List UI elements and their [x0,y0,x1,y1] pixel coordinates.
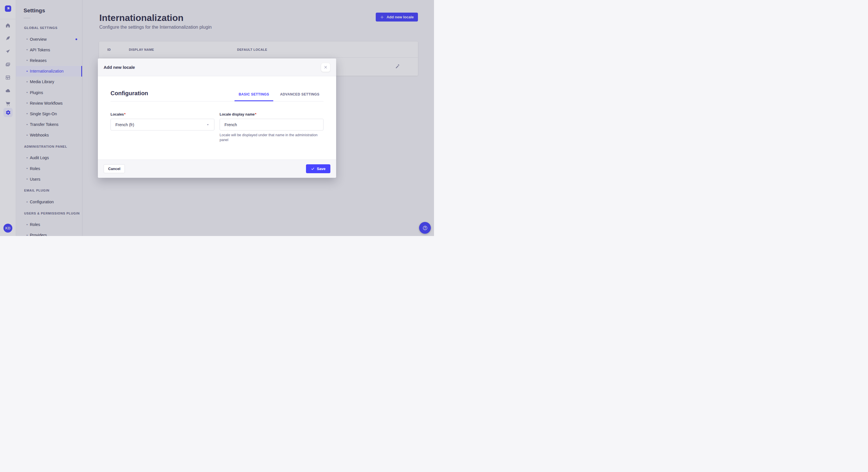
add-locale-modal: Add new locale Configuration BASIC SETTI… [98,59,336,178]
save-button[interactable]: Save [306,164,330,173]
tab-basic-settings[interactable]: BASIC SETTINGS [235,92,273,101]
cancel-button[interactable]: Cancel [104,164,125,173]
display-name-label: Locale display name* [220,112,323,116]
modal-title: Add new locale [104,65,135,70]
display-name-field: Locale display name* Locale will be disp… [220,112,323,142]
chevron-down-icon [206,123,210,127]
required-asterisk: * [255,112,256,116]
modal-header: Add new locale [98,59,336,76]
configuration-title: Configuration [111,90,148,101]
locales-select-value: French (fr) [115,123,134,127]
modal-body: Configuration BASIC SETTINGS ADVANCED SE… [98,76,336,160]
locale-form: Locales* French (fr) Locale display name… [111,112,323,142]
check-icon [311,167,315,171]
close-icon [324,65,328,69]
modal-close-button[interactable] [321,63,330,72]
display-name-input[interactable] [220,119,323,131]
modal-footer: Cancel Save [98,160,336,178]
tab-advanced-settings[interactable]: ADVANCED SETTINGS [276,92,323,101]
locales-label: Locales* [111,112,214,116]
locales-field: Locales* French (fr) [111,112,214,142]
settings-tabs: BASIC SETTINGS ADVANCED SETTINGS [235,92,323,101]
required-asterisk: * [124,112,126,116]
configuration-header-row: Configuration BASIC SETTINGS ADVANCED SE… [111,76,323,102]
display-name-hint: Locale will be displayed under that name… [220,133,323,142]
locales-select[interactable]: French (fr) [111,119,214,131]
